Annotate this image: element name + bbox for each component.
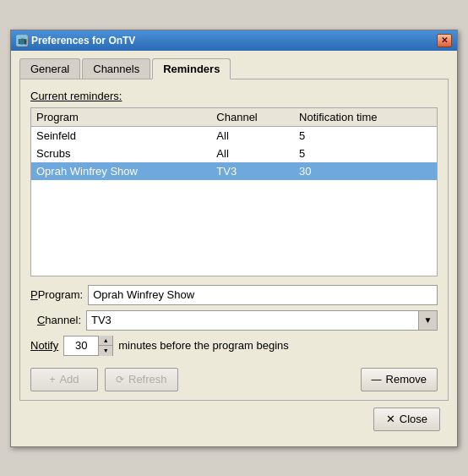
cell-channel: TV3 — [211, 162, 294, 180]
channel-select-wrapper[interactable]: TV3 All TV1 TV2 ▼ — [86, 310, 438, 331]
title-bar: 📺 Preferences for OnTV ✕ — [11, 30, 457, 51]
table-row[interactable]: Seinfeld All 5 — [31, 126, 437, 145]
channel-select[interactable]: TV3 All TV1 TV2 — [87, 311, 418, 330]
col-notify: Notification time — [294, 108, 437, 127]
notify-input[interactable] — [64, 337, 98, 353]
reminders-table-container: Program Channel Notification time Seinfe… — [30, 107, 438, 276]
spinner-down-button[interactable]: ▼ — [99, 346, 112, 356]
title-bar-left: 📺 Preferences for OnTV — [16, 35, 135, 47]
footer-row: ✕ Close — [19, 401, 449, 438]
window-title: Preferences for OnTV — [31, 35, 135, 47]
program-label: PProgram: — [30, 288, 83, 301]
close-button[interactable]: ✕ Close — [373, 408, 440, 431]
minutes-label: minutes before the program begins — [118, 339, 289, 352]
notify-row: Notify ▲ ▼ minutes before the program be… — [30, 336, 438, 356]
remove-icon: — — [372, 374, 382, 386]
refresh-button[interactable]: ⟳ Refresh — [105, 368, 178, 391]
close-x-icon: ✕ — [386, 413, 395, 425]
tab-general[interactable]: General — [19, 58, 80, 79]
cell-notify: 5 — [294, 145, 437, 162]
reminders-table: Program Channel Notification time Seinfe… — [31, 108, 437, 180]
window-body: General Channels Reminders Current remin… — [11, 51, 457, 446]
cell-notify: 5 — [294, 126, 437, 145]
program-input[interactable] — [88, 285, 438, 305]
refresh-icon: ⟳ — [116, 374, 124, 386]
channel-label: Channel: — [30, 314, 81, 326]
preferences-window: 📺 Preferences for OnTV ✕ General Channel… — [10, 30, 458, 447]
cell-notify: 30 — [294, 162, 437, 180]
remove-button[interactable]: — Remove — [361, 368, 438, 391]
spinner-up-button[interactable]: ▲ — [99, 336, 112, 347]
col-channel: Channel — [211, 108, 294, 127]
cell-program: Oprah Winfrey Show — [31, 162, 211, 180]
cell-channel: All — [211, 145, 294, 162]
form-area: PProgram: Channel: TV3 All TV1 TV2 — [30, 285, 438, 391]
tabs-container: General Channels Reminders — [19, 57, 449, 79]
tab-channels[interactable]: Channels — [82, 58, 150, 79]
cell-program: Scrubs — [31, 145, 211, 162]
tab-reminders[interactable]: Reminders — [152, 58, 231, 79]
app-icon: 📺 — [16, 35, 28, 47]
add-icon: + — [49, 374, 55, 386]
select-arrow-icon: ▼ — [418, 311, 437, 330]
table-header-row: Program Channel Notification time — [31, 108, 437, 127]
section-label: Current reminders: — [30, 90, 438, 102]
title-close-button[interactable]: ✕ — [437, 34, 452, 47]
table-row[interactable]: Scrubs All 5 — [31, 145, 437, 162]
program-row: PProgram: — [30, 285, 438, 305]
action-buttons-row: + Add ⟳ Refresh — Remove — [30, 368, 438, 391]
table-row-selected[interactable]: Oprah Winfrey Show TV3 30 — [31, 162, 437, 180]
channel-row: Channel: TV3 All TV1 TV2 ▼ — [30, 310, 438, 331]
notify-spinner[interactable]: ▲ ▼ — [63, 336, 113, 356]
spinner-buttons: ▲ ▼ — [98, 336, 112, 356]
add-button[interactable]: + Add — [30, 368, 98, 391]
cell-channel: All — [211, 126, 294, 145]
content-panel: Current reminders: Program Channel Notif… — [19, 79, 449, 401]
notify-label: Notify — [30, 339, 58, 352]
cell-program: Seinfeld — [31, 126, 211, 145]
col-program: Program — [31, 108, 211, 127]
